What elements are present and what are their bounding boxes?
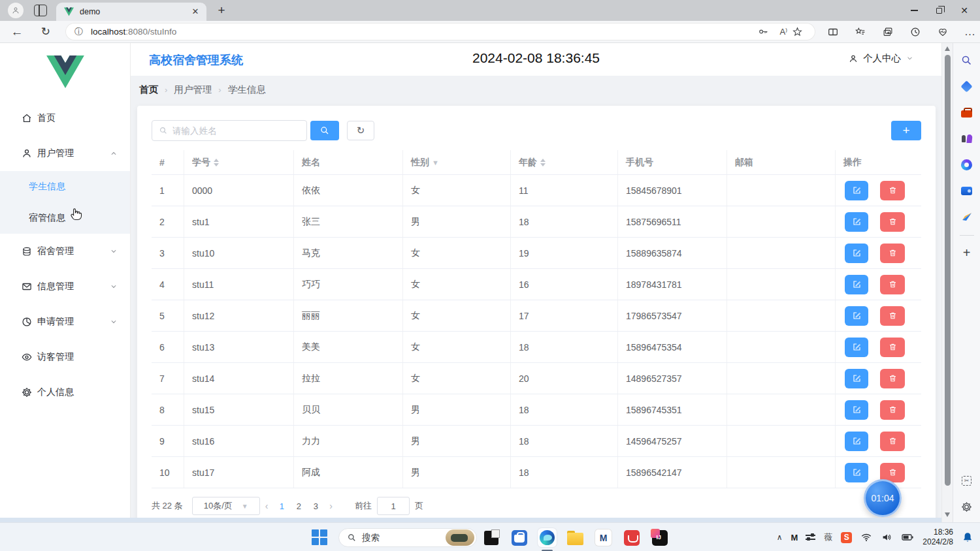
sidebar-item-dorm-manager-info[interactable]: 宿管信息 <box>0 202 130 234</box>
edge-browser-icon[interactable] <box>538 528 557 547</box>
red-app-icon[interactable] <box>622 528 641 547</box>
split-screen-icon[interactable] <box>823 26 843 38</box>
breadcrumb-user-management[interactable]: 用户管理 <box>174 84 212 96</box>
start-button[interactable] <box>312 529 327 545</box>
edit-button[interactable] <box>845 275 868 294</box>
back-button[interactable]: ← <box>8 25 26 39</box>
page-size-select[interactable]: 10条/页 ▼ <box>192 497 260 515</box>
sort-icon[interactable] <box>540 159 546 166</box>
browser-menu-icon[interactable]: ... <box>960 26 980 38</box>
sidebar-search-icon[interactable] <box>958 51 976 69</box>
add-sidebar-item-icon[interactable]: + <box>958 244 976 262</box>
toolbox-icon[interactable] <box>958 103 976 121</box>
favorites-icon[interactable] <box>851 26 870 38</box>
taskbar-widgets-icon[interactable] <box>482 528 500 547</box>
tray-mixer-icon[interactable] <box>806 535 815 540</box>
sidebar-item-student-info[interactable]: 学生信息 <box>0 171 130 202</box>
refresh-button[interactable]: ↻ <box>37 25 55 39</box>
window-close-button[interactable]: ✕ <box>960 5 968 16</box>
sidebar-item-visitor-management[interactable]: 访客管理 <box>0 339 130 375</box>
browser-essentials-icon[interactable] <box>933 26 953 38</box>
intellij-idea-icon[interactable] <box>650 528 669 547</box>
wallet-icon[interactable] <box>958 181 976 200</box>
games-icon[interactable] <box>958 129 976 148</box>
edit-button[interactable] <box>845 338 868 357</box>
designer-icon[interactable] <box>958 208 976 226</box>
search-button[interactable] <box>310 121 339 140</box>
screen-recording-timer[interactable]: 01:04 <box>864 479 902 517</box>
scroll-down-arrow[interactable] <box>945 512 950 517</box>
new-tab-button[interactable]: + <box>213 3 230 18</box>
delete-button[interactable] <box>880 181 905 200</box>
breadcrumb-home[interactable]: 首页 <box>139 84 158 96</box>
filter-icon[interactable]: ▼ <box>432 159 439 166</box>
microsoft-365-icon[interactable] <box>958 155 976 174</box>
shopping-icon[interactable] <box>958 77 976 95</box>
edit-button[interactable] <box>845 306 868 326</box>
delete-button[interactable] <box>880 400 905 420</box>
search-input[interactable] <box>172 126 300 136</box>
volume-icon[interactable] <box>881 531 892 543</box>
clock[interactable]: 18:362024/2/8 <box>923 527 953 547</box>
microsoft-store-icon[interactable] <box>510 528 529 547</box>
screenshot-icon[interactable]: ✂ <box>958 471 976 490</box>
sidebar-item-dorm-management[interactable]: 宿舍管理 <box>0 234 130 269</box>
delete-button[interactable] <box>880 338 905 357</box>
page-1-button[interactable]: 1 <box>273 501 290 511</box>
address-bar[interactable]: ⓘ localhost:8080/stuInfo A) <box>65 23 815 40</box>
sort-icon[interactable] <box>214 159 219 166</box>
notification-bell-icon[interactable] <box>962 531 973 543</box>
delete-button[interactable] <box>880 212 905 232</box>
tray-ime-icon[interactable]: 薇 <box>824 531 832 543</box>
sidebar-item-info-management[interactable]: 信息管理 <box>0 269 130 304</box>
search-highlight-image[interactable] <box>446 529 474 546</box>
delete-button[interactable] <box>880 275 905 294</box>
file-explorer-icon[interactable] <box>566 528 585 547</box>
name-search-field[interactable] <box>152 120 307 141</box>
add-student-button[interactable]: + <box>891 121 921 140</box>
delete-button[interactable] <box>880 432 905 451</box>
reset-button[interactable]: ↻ <box>347 121 374 140</box>
sidebar-item-personal-info[interactable]: 个人信息 <box>0 375 130 410</box>
history-icon[interactable] <box>906 26 925 38</box>
battery-icon[interactable] <box>901 531 914 544</box>
edit-button[interactable] <box>845 432 868 451</box>
page-3-button[interactable]: 3 <box>307 501 324 511</box>
collections-icon[interactable] <box>878 26 898 38</box>
sidebar-item-home[interactable]: 首页 <box>0 101 130 136</box>
site-info-icon[interactable]: ⓘ <box>74 26 83 38</box>
tab-close-icon[interactable]: ✕ <box>189 6 201 18</box>
next-page-button[interactable]: › <box>329 501 333 511</box>
delete-button[interactable] <box>880 369 905 388</box>
window-restore-button[interactable] <box>936 8 942 14</box>
edit-button[interactable] <box>845 369 868 388</box>
scrollbar-thumb[interactable] <box>945 55 951 486</box>
user-center-menu[interactable]: 个人中心 <box>848 52 914 65</box>
delete-button[interactable] <box>880 244 905 263</box>
sidebar-item-user-management[interactable]: 用户管理 <box>0 136 130 171</box>
scroll-up-arrow[interactable] <box>945 46 950 51</box>
browser-profile-avatar[interactable] <box>8 3 24 18</box>
edit-button[interactable] <box>845 463 868 482</box>
password-icon[interactable] <box>758 26 775 37</box>
sidebar-item-application-management[interactable]: 申请管理 <box>0 304 130 339</box>
goto-page-input[interactable] <box>377 497 410 515</box>
favorite-star-icon[interactable] <box>792 26 809 37</box>
tray-expand-icon[interactable]: ∧ <box>777 533 783 542</box>
window-minimize-button[interactable] <box>911 10 918 11</box>
edit-button[interactable] <box>845 244 868 263</box>
tab-actions-menu-icon[interactable] <box>34 5 47 16</box>
marktext-icon[interactable]: M <box>594 528 613 547</box>
edit-button[interactable] <box>845 181 868 200</box>
delete-button[interactable] <box>880 306 905 326</box>
edit-button[interactable] <box>845 400 868 420</box>
sidebar-settings-icon[interactable] <box>958 497 976 516</box>
tray-marktext-icon[interactable]: M <box>791 533 797 543</box>
browser-tab[interactable]: demo ✕ <box>56 3 206 21</box>
taskbar-search-box[interactable]: 搜索 <box>338 528 477 547</box>
page-2-button[interactable]: 2 <box>290 501 307 511</box>
tray-sogou-icon[interactable]: S <box>841 532 852 543</box>
edit-button[interactable] <box>845 212 868 232</box>
prev-page-button[interactable]: ‹ <box>265 501 269 511</box>
wifi-icon[interactable] <box>860 531 872 543</box>
